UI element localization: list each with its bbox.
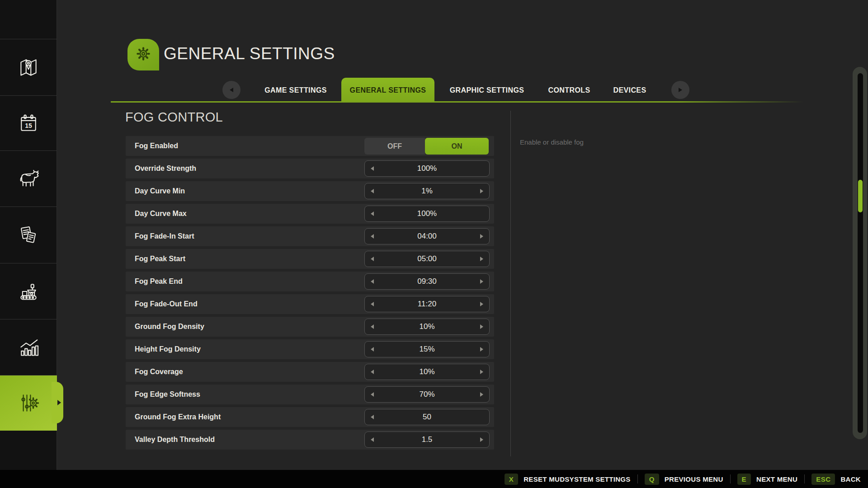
value-spinner[interactable]: 50 <box>364 409 490 425</box>
setting-label: Fog Enabled <box>135 136 178 156</box>
setting-value: 15% <box>365 342 489 357</box>
setting-value: 04:00 <box>365 229 489 244</box>
increase-arrow-icon[interactable] <box>480 347 483 352</box>
increase-arrow-icon[interactable] <box>480 257 483 261</box>
value-spinner[interactable]: 70% <box>364 386 490 403</box>
gear-icon <box>131 42 156 68</box>
tab-graphic-settings[interactable]: GRAPHIC SETTINGS <box>446 85 528 95</box>
increase-arrow-icon[interactable] <box>480 392 483 397</box>
tabs-prev-button[interactable] <box>222 81 241 99</box>
setting-row: Fog Peak Start 05:00 <box>126 249 494 269</box>
value-spinner[interactable]: 1% <box>364 183 490 199</box>
value-spinner[interactable]: 11:20 <box>364 296 490 312</box>
mod-settings-icon <box>16 390 41 416</box>
chevron-left-icon <box>230 88 233 92</box>
sidebar-item-calendar[interactable]: 15 <box>0 95 57 150</box>
increase-arrow-icon[interactable] <box>480 437 483 442</box>
increase-arrow-icon[interactable] <box>480 234 483 239</box>
sidebar-item-mod-settings[interactable] <box>0 375 57 431</box>
value-spinner[interactable]: 04:00 <box>364 228 490 244</box>
setting-row: Height Fog Density 15% <box>126 339 494 359</box>
contracts-icon <box>16 222 41 248</box>
setting-label: Fog Coverage <box>135 362 183 382</box>
setting-value: 50 <box>365 409 489 425</box>
key-badge: ESC <box>811 474 835 485</box>
setting-label: Height Fog Density <box>135 339 201 359</box>
key-badge: Q <box>645 474 659 485</box>
shortcut-e[interactable]: E NEXT MENU <box>737 474 798 485</box>
setting-value: 09:30 <box>365 274 489 289</box>
setting-value: 11:20 <box>365 296 489 312</box>
scrollbar-thumb[interactable] <box>858 180 863 212</box>
increase-arrow-icon[interactable] <box>480 189 483 193</box>
increase-arrow-icon[interactable] <box>480 370 483 374</box>
tab-devices[interactable]: DEVICES <box>589 85 670 95</box>
tab-game-settings[interactable]: GAME SETTINGS <box>255 85 336 95</box>
setting-row: Ground Fog Extra Height 50 <box>126 407 494 427</box>
setting-label: Fog Edge Softness <box>135 385 200 404</box>
setting-label: Day Curve Min <box>135 181 185 201</box>
footer-separator <box>730 474 731 483</box>
value-spinner[interactable]: 100% <box>364 206 490 222</box>
value-spinner[interactable]: 09:30 <box>364 273 490 290</box>
setting-row: Fog Coverage 10% <box>126 362 494 382</box>
footer-bar: X RESET MUDSYSTEM SETTINGS Q PREVIOUS ME… <box>0 470 868 488</box>
setting-row: Fog Fade-Out End 11:20 <box>126 294 494 314</box>
footer-separator <box>637 474 638 483</box>
setting-value: 10% <box>365 364 489 380</box>
setting-value: 1.5 <box>365 432 489 447</box>
tabs-next-button[interactable] <box>671 81 689 99</box>
setting-label: Fog Fade-Out End <box>135 294 198 314</box>
setting-value: 05:00 <box>365 251 489 267</box>
panel-divider <box>510 111 511 456</box>
value-spinner[interactable]: 10% <box>364 364 490 380</box>
value-spinner[interactable]: 15% <box>364 341 490 357</box>
setting-label: Ground Fog Density <box>135 317 204 337</box>
setting-row: Fog Edge Softness 70% <box>126 385 494 404</box>
setting-label: Valley Depth Threshold <box>135 430 215 450</box>
page-title: GENERAL SETTINGS <box>164 44 335 63</box>
sidebar-item-production[interactable] <box>0 263 57 319</box>
map-icon <box>16 55 41 80</box>
tab-bar-underline <box>111 101 804 103</box>
shortcut-q[interactable]: Q PREVIOUS MENU <box>645 474 723 485</box>
active-item-arrow-icon <box>57 400 61 405</box>
footer-separator <box>804 474 805 483</box>
setting-label: Override Strength <box>135 159 196 178</box>
setting-label: Fog Fade-In Start <box>135 226 194 246</box>
increase-arrow-icon[interactable] <box>480 324 483 329</box>
setting-value: 70% <box>365 387 489 402</box>
fog-enabled-off-button[interactable]: OFF <box>364 138 425 155</box>
shortcut-label: BACK <box>840 475 861 483</box>
shortcut-x[interactable]: X RESET MUDSYSTEM SETTINGS <box>505 474 631 485</box>
fog-enabled-on-button[interactable]: ON <box>425 138 489 155</box>
sidebar: 15 <box>0 0 57 470</box>
statistics-icon <box>16 335 41 360</box>
settings-screen: 15 <box>0 0 868 488</box>
shortcut-label: RESET MUDSYSTEM SETTINGS <box>524 475 630 483</box>
value-spinner[interactable]: 10% <box>364 319 490 335</box>
chevron-right-icon <box>679 88 682 92</box>
setting-label: Fog Peak End <box>135 272 183 291</box>
shortcut-label: NEXT MENU <box>756 475 797 483</box>
shortcut-esc[interactable]: ESC BACK <box>811 474 861 485</box>
calendar-icon: 15 <box>16 111 41 136</box>
increase-arrow-icon[interactable] <box>480 302 483 306</box>
increase-arrow-icon[interactable] <box>480 279 483 284</box>
sidebar-item-statistics[interactable] <box>0 319 57 375</box>
shortcut-label: PREVIOUS MENU <box>665 475 723 483</box>
sidebar-item-animals[interactable] <box>0 150 57 206</box>
key-badge: X <box>505 474 519 485</box>
tab-bar: GAME SETTINGSGENERAL SETTINGSGRAPHIC SET… <box>0 78 868 103</box>
value-spinner[interactable]: 100% <box>364 160 490 177</box>
setting-row: Fog Fade-In Start 04:00 <box>126 226 494 246</box>
setting-row: Day Curve Max 100% <box>126 204 494 224</box>
production-icon <box>16 279 41 304</box>
value-spinner[interactable]: 1.5 <box>364 432 490 448</box>
scrollbar-track[interactable] <box>858 73 863 433</box>
value-spinner[interactable]: 05:00 <box>364 251 490 267</box>
footer-shortcuts: X RESET MUDSYSTEM SETTINGS Q PREVIOUS ME… <box>505 474 861 485</box>
setting-row: Valley Depth Threshold 1.5 <box>126 430 494 450</box>
sidebar-item-contracts[interactable] <box>0 206 57 263</box>
tab-general-settings[interactable]: GENERAL SETTINGS <box>341 78 434 103</box>
